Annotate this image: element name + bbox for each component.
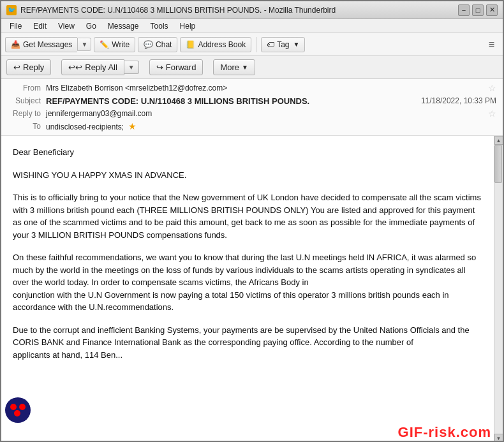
tag-icon: 🏷 [267,40,274,49]
subject-row: Subject REF/PAYMENTS CODE: U.N/110468 3 … [8,94,496,107]
reply-all-arrow[interactable]: ▼ [124,61,139,74]
app-icon: 🐦 [6,5,17,15]
toolbar: 📥 Get Messages ▼ ✏️ Write 💬 Chat 📒 Addre… [1,33,503,56]
para1-block: This is to officially bring to your noti… [13,191,482,241]
menu-file[interactable]: File [5,21,26,31]
more-group: More ▼ [213,59,255,75]
menu-go[interactable]: Go [82,21,101,31]
para3-text: Due to the corrupt and inefficient Banki… [13,324,482,362]
popup-dot1 [10,404,17,410]
reply-to-star-icon[interactable]: ☆ [488,108,496,119]
window-controls: − □ ✕ [458,4,498,16]
tag-button[interactable]: 🏷 Tag ▼ [261,37,305,52]
get-messages-label: Get Messages [23,40,72,49]
write-button[interactable]: ✏️ Write [94,37,135,52]
subject-label: Subject [8,96,46,105]
line1-text: WISHING YOU A HAPPY XMAS IN ADVANCE. [13,169,482,182]
line1-block: WISHING YOU A HAPPY XMAS IN ADVANCE. [13,169,482,182]
chat-icon: 💬 [144,40,153,49]
scroll-up-arrow[interactable]: ▲ [494,136,503,145]
title-bar: 🐦 REF/PAYMENTS CODE: U.N/110468 3 MILLIO… [1,1,503,19]
reply-icon: ↩ [13,63,20,72]
menu-message[interactable]: Message [103,21,144,31]
forward-label: Forward [166,63,196,72]
menu-bar: File Edit View Go Message Tools Help [1,19,503,33]
email-headers: From Mrs Elizabeth Borrison <mrselizbeth… [1,79,503,136]
forward-group: ↪ Forward [149,59,204,75]
more-label: More [220,63,239,72]
chat-label: Chat [156,40,172,49]
address-book-icon: 📒 [186,40,195,49]
reply-all-icon: ↩↩ [68,63,82,72]
get-messages-arrow[interactable]: ▼ [77,38,91,51]
write-label: Write [112,40,130,49]
reply-button[interactable]: ↩ Reply [6,59,51,75]
scrollbar[interactable]: ▲ ▼ [494,136,503,442]
menu-edit[interactable]: Edit [29,21,51,31]
reply-all-group: ↩↩ Reply All ▼ [61,59,138,75]
greeting-text: Dear Beneficiary [13,146,482,159]
from-row: From Mrs Elizabeth Borrison <mrselizbeth… [8,82,496,94]
reply-all-label: Reply All [85,63,117,72]
to-label: To [8,122,46,131]
subject-value: REF/PAYMENTS CODE: U.N/110468 3 MILLIONS… [46,96,415,106]
title-bar-left: 🐦 REF/PAYMENTS CODE: U.N/110468 3 MILLIO… [6,5,336,15]
write-icon: ✏️ [100,40,109,49]
address-book-button[interactable]: 📒 Address Book [180,37,251,52]
reply-to-label: Reply to [8,109,46,118]
popup-dot3 [14,410,20,416]
notification-popup [5,397,31,423]
reply-label: Reply [23,63,44,72]
para3-block: Due to the corrupt and inefficient Banki… [13,324,482,362]
email-body: Dear Beneficiary WISHING YOU A HAPPY XMA… [1,136,494,442]
scroll-track[interactable] [494,145,503,434]
from-value: Mrs Elizabeth Borrison <mrselizbeth12@do… [46,84,485,92]
reply-group: ↩ Reply [6,59,51,75]
reply-to-value: jennifergermany03@gmail.com [46,109,485,118]
greeting-block: Dear Beneficiary [13,146,482,159]
to-row: To undisclosed-recipients; ★ [8,120,496,133]
scroll-down-arrow[interactable]: ▼ [494,434,503,442]
hamburger-menu-button[interactable]: ≡ [484,36,499,53]
close-button[interactable]: ✕ [486,4,498,16]
forward-button[interactable]: ↪ Forward [149,59,204,75]
email-action-bar: ↩ Reply ↩↩ Reply All ▼ ↪ Forward More ▼ [1,56,503,79]
from-label: From [8,84,46,92]
tag-label: Tag [277,40,289,49]
toolbar-separator [256,37,256,52]
address-book-label: Address Book [198,40,246,49]
para2-text: On these faithful recommendations, we wa… [13,251,482,314]
maximize-button[interactable]: □ [472,4,484,16]
scroll-thumb[interactable] [494,145,502,183]
menu-help[interactable]: Help [175,21,200,31]
get-messages-icon: 📥 [11,40,20,49]
para1-text: This is to officially bring to your noti… [13,191,482,241]
more-button[interactable]: More ▼ [213,59,255,75]
to-value: undisclosed-recipients; ★ [46,121,496,131]
reply-to-row: Reply to jennifergermany03@gmail.com ☆ [8,107,496,120]
from-star-icon[interactable]: ☆ [488,83,496,93]
menu-view[interactable]: View [54,21,79,31]
email-layout: Dear Beneficiary WISHING YOU A HAPPY XMA… [1,136,503,442]
more-arrow-icon: ▼ [242,64,248,71]
to-star-icon[interactable]: ★ [128,121,137,131]
para2-block: On these faithful recommendations, we wa… [13,251,482,314]
window-title: REF/PAYMENTS CODE: U.N/110468 3 MILLIONS… [20,6,336,15]
menu-tools[interactable]: Tools [146,21,173,31]
get-messages-dropdown[interactable]: 📥 Get Messages ▼ [5,37,91,52]
tag-arrow-icon: ▼ [293,41,300,48]
forward-icon: ↪ [156,63,163,72]
minimize-button[interactable]: − [458,4,470,16]
chat-button[interactable]: 💬 Chat [138,37,177,52]
popup-dot2 [19,404,26,410]
date-value: 11/18/2022, 10:33 PM [415,96,496,105]
reply-all-button[interactable]: ↩↩ Reply All [61,59,124,75]
get-messages-button[interactable]: 📥 Get Messages [5,37,77,52]
